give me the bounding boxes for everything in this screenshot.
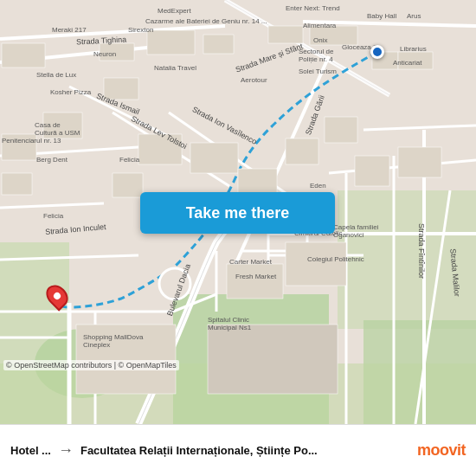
street-label-fintinilor: Strada Fîntînilor [417, 223, 426, 279]
poi-solei: Solei Turism [299, 68, 337, 75]
svg-rect-44 [268, 26, 303, 43]
poi-cazarme: Cazarme ale Bateriei de Geniu nr. 14 ... [145, 17, 267, 25]
origin-marker [48, 284, 67, 308]
poi-spital: Spitalul ClinicMunicipal Ns1 [208, 316, 251, 331]
poi-enter-next: Enter Next: Trend [286, 4, 340, 12]
poi-felicia1: Felicia [119, 156, 139, 164]
poi-arus: Arus [407, 12, 421, 20]
origin-label: Hotel ... [10, 444, 51, 457]
svg-rect-43 [203, 35, 234, 54]
svg-rect-40 [2, 43, 45, 68]
svg-rect-42 [147, 30, 195, 55]
poi-casa-cultura: Casa deCultură a USM [35, 121, 80, 137]
poi-eden: Eden [310, 182, 326, 190]
poi-natalia: Natalia Travel [154, 64, 196, 72]
poi-aerotour: Aerotour [241, 76, 267, 84]
poi-babyhall: Baby Hall [367, 12, 396, 20]
poi-kosher: Kosher Pizza [50, 88, 91, 96]
poi-capela: Capela familieiOganovici [333, 223, 378, 239]
svg-rect-56 [355, 156, 389, 186]
poi-mall: Shopping MallDovaCineplex [83, 333, 143, 349]
poi-fresh: Fresh Market [235, 273, 276, 280]
poi-berg: Berg Dent [36, 156, 68, 164]
poi-medexpert: MedExpert [158, 7, 191, 15]
svg-rect-49 [190, 143, 238, 173]
destination-label: Facultatea Relații Internaționale, Știin… [80, 444, 417, 457]
svg-rect-53 [325, 117, 357, 143]
svg-rect-50 [113, 173, 143, 197]
svg-rect-55 [286, 242, 346, 286]
poi-meraki: Meraki 217 [52, 26, 87, 34]
svg-rect-52 [286, 138, 318, 164]
map-container: Strada Tighina Strada Ismail Strada Lev … [0, 0, 476, 424]
poi-perentiu: Penitenciarul nr. 13 [2, 137, 61, 145]
moovit-logo: moovit [417, 441, 466, 460]
svg-rect-36 [2, 173, 32, 195]
take-me-there-button[interactable]: Take me there [140, 192, 335, 234]
poi-sirexton: Sirexton [128, 26, 153, 34]
poi-anticariat: Anticariat [393, 59, 421, 67]
bottom-bar: Hotel ... → Facultatea Relații Internați… [0, 424, 476, 476]
poi-felicia2: Felicia [43, 212, 63, 220]
poi-librarius: Librarius [400, 45, 427, 53]
poi-sectorul: Sectorul dePoliție nr. 4 [299, 48, 333, 63]
svg-rect-57 [398, 147, 441, 177]
map-attribution: © OpenStreetMap contributors | © OpenMap… [3, 360, 179, 370]
svg-rect-54 [227, 264, 283, 299]
poi-carter: Carter Market [229, 258, 272, 266]
poi-alimentara: Alimentara [303, 22, 336, 29]
poi-stella: Stella de Lux [36, 71, 76, 79]
route-arrow-icon: → [58, 441, 74, 460]
poi-neuron: Neuron [93, 50, 116, 58]
destination-marker [370, 45, 384, 59]
poi-onix: Onix [313, 36, 327, 44]
svg-rect-58 [208, 325, 338, 394]
moovit-text: moovit [417, 441, 466, 460]
poi-colegiu: Colegiul Politehnic [307, 255, 364, 263]
